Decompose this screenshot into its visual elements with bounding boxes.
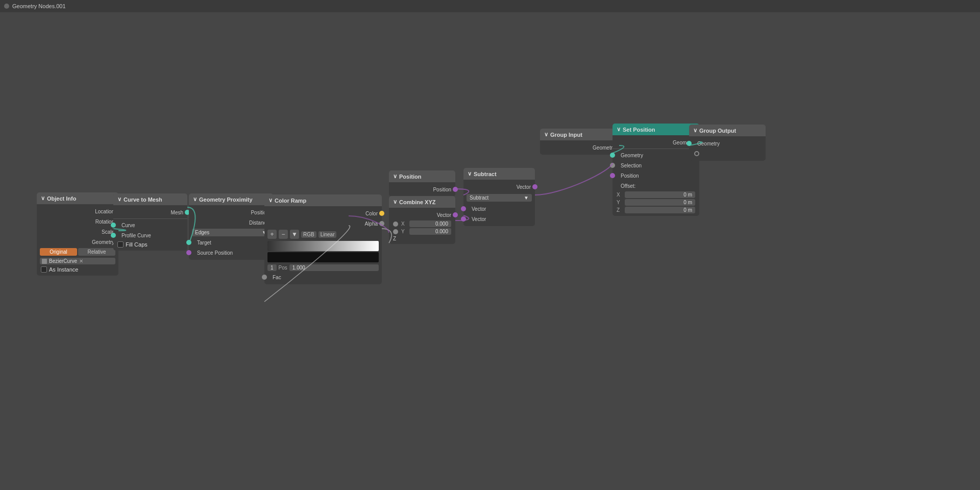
socket-position-vec-out[interactable] [453, 187, 458, 192]
as-instance-checkbox[interactable] [41, 266, 47, 273]
node-row-mesh-out: Mesh [113, 207, 187, 217]
menu-icon [4, 4, 9, 9]
node-row-go-geo-in: Geometry [689, 138, 766, 149]
socket-alpha-out[interactable] [379, 221, 384, 226]
node-row-gi-geo-out: Geometry [540, 142, 619, 153]
sp-offset-y-val[interactable]: 0 m [625, 199, 695, 206]
cr-stop-num[interactable]: 1 [267, 264, 277, 271]
socket-profile-in[interactable] [111, 233, 116, 238]
node-curve-to-mesh-header[interactable]: ∨ Curve to Mesh [113, 193, 187, 205]
checkbox-fill-caps[interactable]: Fill Caps [113, 240, 187, 249]
node-row-sp-sel-in: Selection [612, 160, 699, 170]
node-geometry-proximity-title: Geometry Proximity [199, 197, 253, 203]
node-group-output-body: Geometry [689, 136, 766, 161]
sp-offset-x-val[interactable]: 0 m [625, 191, 695, 198]
cr-linear-select[interactable]: Linear [318, 231, 337, 238]
socket-color-out[interactable] [379, 211, 384, 216]
node-color-ramp-body: Color Alpha + − ▼ RGB Linear 1 Pos 1.000 [264, 206, 382, 284]
node-combine-xyz: ∨ Combine XYZ Vector X 0.000 Y 0.000 Z [389, 196, 455, 244]
bezier-label: BezierCurve [49, 258, 77, 264]
node-color-ramp-header[interactable]: ∨ Color Ramp [264, 194, 382, 206]
window-title: Geometry Nodes.001 [12, 3, 66, 9]
node-position-body: Position [389, 182, 455, 197]
node-set-position-body: Geometry Geometry Selection Position Off… [612, 135, 699, 216]
color-ramp-gradient[interactable] [267, 241, 379, 251]
node-group-input-header[interactable]: ∨ Group Input [540, 129, 619, 140]
node-row-vec-out: Vector [389, 210, 455, 220]
subtract-dropdown[interactable]: Subtract ▼ [467, 194, 532, 202]
socket-y-in[interactable] [393, 229, 398, 234]
socket-sub-vec2-in[interactable] [461, 216, 466, 222]
node-position-header[interactable]: ∨ Position [389, 170, 455, 182]
node-color-ramp-title: Color Ramp [275, 198, 306, 204]
node-geometry-proximity-header[interactable]: ∨ Geometry Proximity [189, 193, 273, 205]
node-set-position-header[interactable]: ∨ Set Position [612, 124, 699, 135]
x-val[interactable]: 0.000 [409, 220, 451, 227]
btn-relative[interactable]: Relative [78, 248, 115, 256]
node-row-source-pos-in: Source Position [189, 248, 273, 258]
socket-sub-vec-out[interactable] [532, 184, 537, 189]
node-row-geometry: Geometry [37, 237, 118, 247]
node-row-go-circle [689, 149, 766, 159]
node-row-distance-out: Distance [189, 217, 273, 228]
btn-original[interactable]: Original [40, 248, 77, 256]
node-group-output-title: Group Output [699, 128, 736, 134]
cr-pos-val[interactable]: 1.000 [289, 264, 379, 271]
node-combine-xyz-body: Vector X 0.000 Y 0.000 Z [389, 208, 455, 244]
sp-offset-z-val[interactable]: 0 m [625, 207, 695, 213]
node-row-profile-in: Profile Curve [113, 230, 187, 240]
node-group-output-header[interactable]: ∨ Group Output [689, 125, 766, 136]
connections-layer [0, 12, 980, 490]
node-group-input-title: Group Input [550, 132, 582, 138]
socket-target-in[interactable] [186, 240, 191, 245]
node-row-sub-vec2-in: Vector [463, 214, 535, 224]
sp-offset-x: X 0 m [612, 191, 699, 199]
socket-go-geo-in[interactable] [687, 141, 692, 146]
node-group-output: ∨ Group Output Geometry [689, 125, 766, 161]
socket-source-pos-in[interactable] [186, 250, 191, 255]
node-row-fac-in: Fac [264, 272, 382, 282]
subtract-op-label: Subtract [470, 195, 488, 201]
node-combine-xyz-title: Combine XYZ [399, 199, 436, 205]
node-group-input: ∨ Group Input Geometry [540, 129, 619, 155]
socket-sp-geo-in[interactable] [610, 153, 615, 158]
node-row-color-out: Color [264, 208, 382, 218]
node-set-position: ∨ Set Position Geometry Geometry Selecti… [612, 124, 699, 216]
socket-fac-in[interactable] [262, 275, 267, 280]
node-row-rotation: Rotation [37, 216, 118, 227]
socket-go-empty [694, 151, 699, 156]
socket-sp-pos-in[interactable] [610, 173, 615, 178]
node-row-location: Location [37, 206, 118, 216]
socket-curve-in[interactable] [111, 223, 116, 228]
node-row-target-in: Target [189, 237, 273, 248]
sp-offset-y: Y 0 m [612, 199, 699, 206]
node-geometry-proximity-body: Position Distance Edges ▼ Target Source … [189, 205, 273, 260]
socket-sub-vec1-in[interactable] [461, 206, 466, 211]
checkbox-as-instance[interactable]: As Instance [37, 265, 118, 274]
node-position-title: Position [399, 174, 421, 180]
cr-remove-btn[interactable]: − [279, 230, 288, 239]
cr-add-btn[interactable]: + [267, 230, 277, 239]
subtract-dropdown-chevron: ▼ [524, 195, 529, 201]
bezier-tag: BezierCurve ✕ [40, 258, 115, 264]
node-set-position-title: Set Position [623, 127, 655, 133]
node-color-ramp: ∨ Color Ramp Color Alpha + − ▼ RGB Linea… [264, 194, 382, 284]
btn-row-original-relative: Original Relative [37, 247, 118, 257]
node-object-info-header[interactable]: ∨ Object Info [37, 192, 118, 204]
fill-caps-checkbox[interactable] [117, 241, 124, 248]
topbar: Geometry Nodes.001 [0, 0, 980, 12]
cr-menu-btn[interactable]: ▼ [290, 230, 299, 239]
node-editor-canvas: ∨ Object Info Location Rotation Scale Ge… [0, 12, 980, 490]
socket-x-in[interactable] [393, 222, 398, 227]
node-combine-xyz-header[interactable]: ∨ Combine XYZ [389, 196, 455, 208]
node-row-x-in: X 0.000 [389, 220, 455, 228]
fill-caps-label: Fill Caps [126, 241, 148, 248]
dropdown-edges[interactable]: Edges ▼ [192, 229, 270, 236]
dropdown-edges-label: Edges [195, 230, 209, 235]
socket-combine-vec-out[interactable] [453, 212, 458, 217]
socket-sp-sel-in[interactable] [610, 163, 615, 168]
cr-rgb-select[interactable]: RGB [301, 231, 316, 238]
bezier-close-btn[interactable]: ✕ [79, 258, 83, 264]
node-subtract-header[interactable]: ∨ Subtract [463, 168, 535, 180]
y-val[interactable]: 0.000 [409, 228, 451, 235]
